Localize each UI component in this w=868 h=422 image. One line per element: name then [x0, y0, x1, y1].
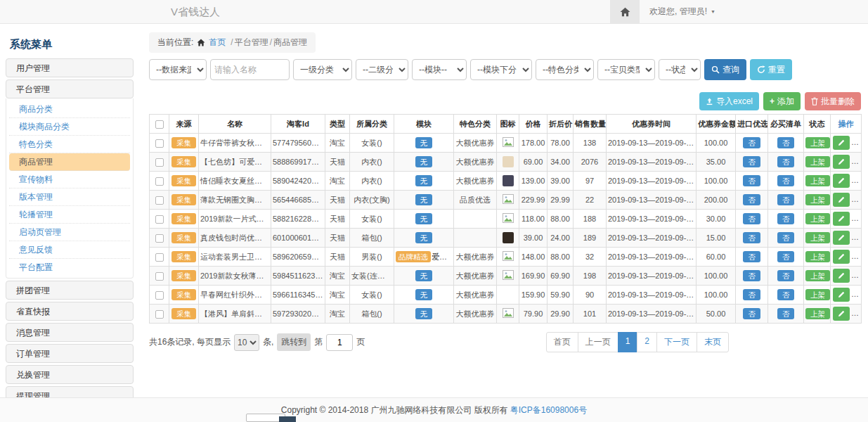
breadcrumb-home-link[interactable]: 首页	[209, 37, 226, 49]
edit-button[interactable]	[833, 250, 850, 264]
must-buy-badge[interactable]: 否	[777, 213, 795, 225]
cell-type: 天猫	[325, 191, 350, 210]
edit-button[interactable]	[833, 193, 850, 207]
must-buy-badge[interactable]: 否	[777, 308, 795, 320]
sidebar-group-兑换管理[interactable]: 兑换管理	[6, 365, 134, 384]
page-button-首页[interactable]: 首页	[546, 332, 578, 352]
status-badge[interactable]: 上架	[805, 251, 830, 263]
must-buy-badge[interactable]: 否	[777, 194, 795, 206]
filter-module-sub-category[interactable]: --模块下分类--	[470, 59, 532, 80]
edit-button[interactable]	[833, 174, 850, 188]
status-badge[interactable]: 上架	[805, 232, 830, 244]
sidebar-group-消息管理[interactable]: 消息管理	[6, 323, 134, 342]
filter-name-search[interactable]	[210, 59, 290, 80]
must-buy-badge[interactable]: 否	[777, 270, 795, 282]
edit-button[interactable]	[833, 269, 850, 283]
row-checkbox[interactable]	[155, 158, 164, 167]
sidebar-group-拼团管理[interactable]: 拼团管理	[6, 281, 134, 300]
page-input[interactable]	[326, 334, 353, 351]
must-buy-badge[interactable]: 否	[777, 137, 795, 149]
page-button-末页[interactable]: 末页	[697, 332, 729, 352]
page-button-2[interactable]: 2	[637, 332, 657, 352]
status-badge[interactable]: 上架	[805, 308, 830, 320]
import-select-badge[interactable]: 否	[743, 213, 760, 225]
status-badge[interactable]: 上架	[805, 213, 830, 225]
import-select-badge[interactable]: 否	[743, 232, 760, 244]
import-select-badge[interactable]: 否	[743, 270, 760, 282]
sidebar-group-省直快报[interactable]: 省直快报	[6, 302, 134, 321]
import-select-badge[interactable]: 否	[743, 251, 760, 263]
edit-button[interactable]	[833, 212, 850, 226]
status-badge[interactable]: 上架	[805, 175, 830, 187]
edit-button[interactable]	[833, 307, 850, 321]
sidebar-item-模块商品分类[interactable]: 模块商品分类	[9, 118, 130, 136]
row-checkbox[interactable]	[155, 310, 164, 319]
cell-price: 229.99	[519, 191, 548, 210]
filter-level1-category[interactable]: 一级分类	[293, 59, 352, 80]
sidebar-item-轮播管理[interactable]: 轮播管理	[9, 206, 130, 224]
icp-link[interactable]: 粤ICP备16098006号	[510, 404, 587, 416]
import-select-badge[interactable]: 否	[743, 194, 760, 206]
sidebar-item-版本管理[interactable]: 版本管理	[9, 188, 130, 206]
must-buy-badge[interactable]: 否	[777, 251, 795, 263]
sidebar-item-意见反馈[interactable]: 意见反馈	[9, 241, 130, 259]
row-checkbox[interactable]	[155, 177, 164, 186]
import-select-badge[interactable]: 否	[743, 289, 760, 301]
status-badge[interactable]: 上架	[805, 289, 830, 301]
sidebar-item-平台配置[interactable]: 平台配置	[9, 259, 130, 276]
must-buy-badge[interactable]: 否	[777, 156, 795, 168]
must-buy-badge[interactable]: 否	[777, 232, 795, 244]
filter-level2-category[interactable]: --二级分类--	[356, 59, 408, 80]
jump-button[interactable]: 跳转到	[277, 333, 311, 351]
home-button[interactable]	[610, 0, 640, 23]
status-badge[interactable]: 上架	[805, 137, 830, 149]
sidebar-group-平台管理[interactable]: 平台管理	[6, 79, 134, 98]
user-menu[interactable]: 欢迎您, 管理员! ▼	[649, 6, 715, 18]
sidebar-item-商品管理[interactable]: 商品管理	[9, 153, 130, 171]
import-select-badge[interactable]: 否	[743, 156, 760, 168]
filter-data-source[interactable]: --数据来源--	[149, 59, 207, 80]
row-checkbox[interactable]	[155, 234, 164, 243]
reset-button[interactable]: 重置	[750, 59, 792, 80]
import-select-badge[interactable]: 否	[743, 137, 760, 149]
sidebar-item-启动页管理[interactable]: 启动页管理	[9, 224, 130, 241]
module-none-badge: 无	[415, 213, 433, 225]
per-page-select[interactable]: 10	[234, 334, 259, 351]
filter-feature-category[interactable]: --特色分类--	[536, 59, 594, 80]
page-button-下一页[interactable]: 下一页	[656, 332, 697, 352]
trash-icon	[811, 97, 818, 106]
filter-item-type[interactable]: --宝贝类型--	[597, 59, 655, 80]
sidebar-group-订单管理[interactable]: 订单管理	[6, 344, 134, 363]
status-badge[interactable]: 上架	[805, 156, 830, 168]
page-button-1[interactable]: 1	[618, 332, 638, 352]
filter-module[interactable]: --模块--	[412, 59, 467, 80]
batch-delete-button[interactable]: 批量删除	[805, 92, 861, 110]
row-checkbox[interactable]	[155, 139, 164, 148]
edit-button[interactable]	[833, 155, 850, 169]
sidebar-item-特色分类[interactable]: 特色分类	[9, 136, 130, 153]
row-checkbox[interactable]	[155, 272, 164, 281]
search-button[interactable]: 查询	[704, 59, 746, 80]
filter-status[interactable]: --状态--	[659, 59, 701, 80]
clipped-widget-artifact	[279, 416, 296, 422]
row-checkbox[interactable]	[155, 253, 164, 262]
add-button[interactable]: + 添加	[763, 92, 801, 110]
must-buy-badge[interactable]: 否	[777, 175, 795, 187]
status-badge[interactable]: 上架	[805, 270, 830, 282]
edit-button[interactable]	[833, 136, 850, 150]
row-checkbox[interactable]	[155, 196, 164, 205]
edit-button[interactable]	[833, 288, 850, 302]
page-button-上一页[interactable]: 上一页	[578, 332, 618, 352]
import-excel-button[interactable]: 导入excel	[699, 92, 759, 110]
row-checkbox[interactable]	[155, 291, 164, 300]
must-buy-badge[interactable]: 否	[777, 289, 795, 301]
sidebar-item-宣传物料[interactable]: 宣传物料	[9, 171, 130, 188]
import-select-badge[interactable]: 否	[743, 308, 760, 320]
import-select-badge[interactable]: 否	[743, 175, 760, 187]
row-checkbox[interactable]	[155, 215, 164, 224]
edit-button[interactable]	[833, 231, 850, 245]
select-all-checkbox[interactable]	[155, 120, 164, 129]
sidebar-item-商品分类[interactable]: 商品分类	[9, 101, 130, 118]
status-badge[interactable]: 上架	[805, 194, 830, 206]
sidebar-group-用户管理[interactable]: 用户管理	[6, 58, 134, 77]
